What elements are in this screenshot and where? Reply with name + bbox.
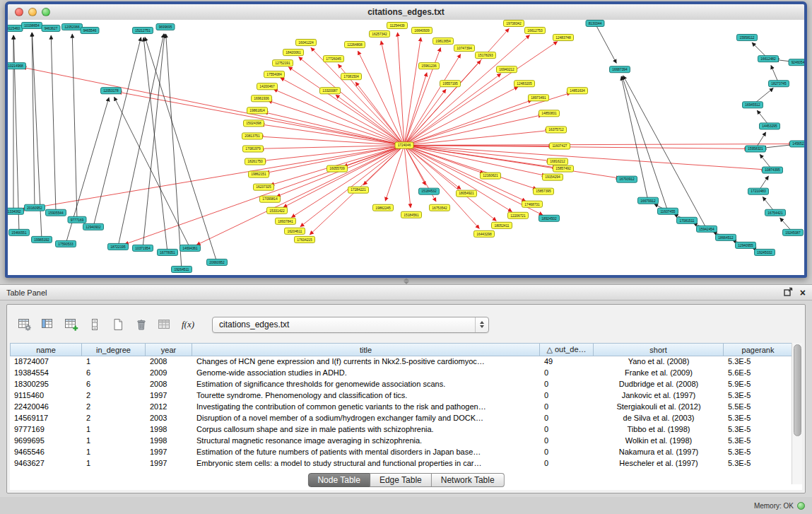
table-cell-year[interactable]: 2003 — [146, 413, 192, 424]
graph-node[interactable]: 18261750 — [245, 158, 266, 165]
table-cell-pagerank[interactable]: 5.3E-5 — [724, 356, 793, 368]
graph-node[interactable]: 10747394 — [454, 45, 475, 52]
network-graph[interactable]: 1724046160412241842006112752191175540841… — [8, 20, 804, 275]
graph-edge[interactable] — [119, 34, 164, 244]
graph-node[interactable]: 18973491 — [529, 95, 549, 101]
panel-splitter[interactable] — [0, 279, 812, 284]
table-cell-title[interactable]: Changes of HCN gene expression and I(f) … — [192, 356, 540, 368]
graph-node[interactable]: 19965192 — [32, 236, 52, 243]
scrollbar-thumb[interactable] — [794, 344, 801, 436]
graph-node[interactable]: 12483205 — [514, 81, 535, 87]
tab-network-table[interactable]: Network Table — [432, 473, 505, 487]
graph-node[interactable]: 12052066 — [62, 24, 83, 30]
table-cell-in_degree[interactable]: 2 — [82, 413, 146, 424]
graph-node[interactable]: 15961236 — [419, 63, 440, 69]
graph-edge[interactable] — [406, 89, 446, 143]
graph-node[interactable]: 9463627 — [42, 25, 60, 32]
graph-node[interactable]: 10371954 — [133, 245, 153, 251]
graph-node[interactable]: 15184561 — [401, 211, 422, 218]
graph-node[interactable]: 12483748 — [553, 35, 574, 41]
graph-edge[interactable] — [760, 154, 770, 168]
graph-node[interactable]: 16816212 — [548, 158, 568, 165]
graph-node[interactable]: 15857492 — [553, 165, 574, 172]
graph-node[interactable]: 12752191 — [273, 60, 293, 66]
graph-edge[interactable] — [398, 33, 404, 142]
graph-node[interactable]: 17099814 — [260, 196, 281, 202]
graph-node[interactable]: 12053178 — [101, 88, 122, 94]
table-cell-name[interactable]: 9465546 — [10, 447, 82, 458]
graph-node[interactable]: 12160621 — [481, 173, 501, 179]
table-cell-in_degree[interactable]: 6 — [82, 379, 146, 390]
table-cell-pagerank[interactable]: 5.3E-5 — [724, 413, 793, 424]
graph-node[interactable]: 12940902 — [83, 223, 104, 230]
graph-node[interactable]: 19862245 — [373, 204, 394, 211]
table-cell-out_degree[interactable]: 0 — [540, 436, 594, 447]
table-cell-out_degree[interactable]: 49 — [540, 356, 594, 368]
graph-node[interactable]: 14851634 — [567, 88, 588, 94]
graph-edge[interactable] — [114, 97, 189, 245]
network-canvas[interactable]: 1724046160412241842006112752191175540841… — [8, 20, 804, 275]
table-cell-out_degree[interactable]: 0 — [540, 402, 594, 413]
table-row[interactable]: 977716911998Corpus callosum shape and si… — [10, 424, 802, 436]
column-header-title[interactable]: title — [192, 343, 540, 356]
graph-node[interactable]: 10214968 — [8, 63, 26, 69]
graph-node[interactable]: 19245032 — [755, 249, 775, 255]
graph-node[interactable]: 16753542 — [430, 204, 450, 211]
graph-node[interactable]: 9246054 — [789, 59, 804, 66]
graph-node[interactable]: 19154294 — [543, 174, 563, 180]
graph-node[interactable]: 15178293 — [476, 52, 496, 59]
table-cell-pagerank[interactable]: 5.3E-5 — [724, 390, 793, 402]
table-cell-year[interactable]: 2009 — [146, 368, 192, 379]
graph-node[interactable]: 18924502 — [539, 215, 560, 221]
table-cell-name[interactable]: 22420046 — [10, 402, 82, 413]
table-cell-pagerank[interactable]: 5.3E-5 — [724, 436, 793, 447]
graph-node[interactable]: 19557195 — [440, 81, 461, 87]
table-cell-pagerank[interactable]: 5.3E-5 — [724, 424, 793, 436]
graph-node[interactable]: 19813654 — [433, 38, 454, 45]
table-cell-in_degree[interactable]: 6 — [82, 368, 146, 379]
table-cell-out_degree[interactable]: 0 — [540, 390, 594, 402]
graph-edge[interactable] — [381, 41, 404, 143]
tab-edge-table[interactable]: Edge Table — [370, 473, 432, 487]
zoom-window-button[interactable] — [42, 8, 50, 16]
graph-node[interactable]: 14200467 — [257, 83, 278, 90]
column-header-short[interactable]: short — [594, 343, 724, 356]
table-cell-out_degree[interactable]: 0 — [540, 413, 594, 424]
graph-edge[interactable] — [404, 148, 411, 207]
graph-edge[interactable] — [407, 100, 532, 145]
row-selector-icon[interactable] — [84, 315, 105, 334]
graph-edge[interactable] — [355, 82, 402, 143]
table-cell-short[interactable]: Hescheler et al. (1997) — [594, 458, 724, 469]
graph-node[interactable]: 17081504 — [341, 74, 362, 80]
graph-node[interactable]: 19245087 — [783, 229, 804, 235]
graph-node[interactable]: 9777169 — [68, 216, 86, 223]
table-cell-title[interactable]: Disruption of a novel member of a sodium… — [192, 413, 540, 424]
graph-node[interactable]: 19738342 — [504, 21, 524, 27]
graph-node[interactable]: 20160952 — [25, 204, 45, 211]
graph-node[interactable]: 16204611 — [285, 228, 305, 234]
table-cell-name[interactable]: 18300295 — [10, 379, 82, 390]
table-row[interactable]: 946362711997Embryonic stem cells: a mode… — [10, 458, 802, 469]
close-window-button[interactable] — [15, 8, 23, 16]
graph-node[interactable]: 17081511 — [677, 217, 698, 223]
table-cell-short[interactable]: Dudbridge et al. (2008) — [594, 379, 724, 390]
table-cell-in_degree[interactable]: 2 — [82, 402, 146, 413]
graph-node[interactable]: 17210483 — [748, 188, 769, 194]
table-cell-name[interactable]: 18724007 — [10, 356, 82, 368]
table-cell-year[interactable]: 1997 — [146, 390, 192, 402]
table-cell-year[interactable]: 2008 — [146, 379, 192, 390]
table-cell-year[interactable]: 1997 — [146, 447, 192, 458]
graph-edge[interactable] — [622, 76, 666, 209]
graph-node[interactable]: 16679912 — [638, 197, 659, 204]
table-cell-title[interactable]: Embryonic stem cells: a model to study s… — [192, 458, 540, 469]
graph-node[interactable]: 18052411 — [492, 222, 512, 228]
table-cell-in_degree[interactable]: 1 — [82, 424, 146, 436]
table-row[interactable]: 946554611997Estimation of the future num… — [10, 447, 802, 458]
table-cell-name[interactable]: 9699695 — [10, 436, 82, 447]
graph-edge[interactable] — [760, 176, 768, 189]
table-cell-in_degree[interactable]: 2 — [82, 390, 146, 402]
graph-node[interactable]: 13320087 — [320, 88, 341, 94]
graph-node[interactable]: 19264511 — [172, 266, 192, 272]
table-cell-year[interactable]: 1997 — [146, 458, 192, 469]
graph-node[interactable]: 17590533 — [56, 240, 76, 247]
